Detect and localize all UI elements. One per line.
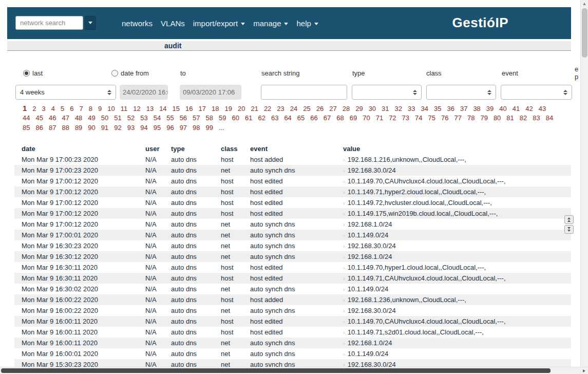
pagination-page-link[interactable]: 92 <box>114 123 121 133</box>
pagination-page-link[interactable]: 21 <box>251 104 258 113</box>
pagination-page-link[interactable]: 35 <box>434 104 441 113</box>
pagination-page-link[interactable]: 43 <box>539 104 546 113</box>
pagination-page-link[interactable]: 9 <box>98 104 102 113</box>
pagination-page-link[interactable]: 98 <box>193 123 200 133</box>
pagination-page-link[interactable]: 76 <box>441 113 448 123</box>
pagination-page-link[interactable]: 79 <box>480 113 487 123</box>
class-select[interactable] <box>426 85 496 100</box>
pagination-page-link[interactable]: 89 <box>75 123 82 133</box>
pagination-page-link[interactable]: 15 <box>173 104 180 113</box>
pagination-page-link[interactable]: 97 <box>180 123 187 133</box>
pagination-page-link[interactable]: 81 <box>506 113 514 123</box>
pagination-page-link[interactable]: 28 <box>343 104 350 113</box>
pagination-page-link[interactable]: 86 <box>35 123 43 133</box>
type-select[interactable] <box>352 85 422 100</box>
pagination-page-link[interactable]: 66 <box>310 113 317 123</box>
pagination-page-link[interactable]: 36 <box>447 104 454 113</box>
pagination-page-link[interactable]: 70 <box>363 113 370 123</box>
pagination-page-link[interactable]: 23 <box>277 104 284 113</box>
date-from-field[interactable]: 24/02/2020 16:06 <box>120 85 168 100</box>
nav-item-vlans[interactable]: VLANs <box>161 19 185 28</box>
horizontal-scrollbar-thumb[interactable] <box>1 368 551 373</box>
pagination-page-link[interactable]: 71 <box>376 113 383 123</box>
pagination-page-link[interactable]: 75 <box>428 113 435 123</box>
event-select[interactable] <box>501 85 572 100</box>
pagination-page-link[interactable]: ... <box>219 123 224 133</box>
pagination-page-link[interactable]: 27 <box>329 104 336 113</box>
pagination-page-link[interactable]: 59 <box>219 113 226 123</box>
pagination-page-link[interactable]: 73 <box>402 113 409 123</box>
pagination-page-link[interactable]: 50 <box>101 113 108 123</box>
pagination-page-link[interactable]: 40 <box>499 104 506 113</box>
nav-item-manage[interactable]: manage <box>253 19 288 28</box>
pagination-page-link[interactable]: 64 <box>284 113 291 123</box>
pagination-page-link[interactable]: 11 <box>121 104 128 113</box>
pagination-page-link[interactable]: 91 <box>101 123 108 133</box>
pagination-page-link[interactable]: 4 <box>51 104 55 113</box>
pagination-page-link[interactable]: 46 <box>49 113 56 123</box>
pagination-page-link[interactable]: 87 <box>49 123 56 133</box>
pagination-page-link[interactable]: 20 <box>238 104 245 113</box>
pagination-page-link[interactable]: 19 <box>224 104 232 113</box>
pagination-page-link[interactable]: 30 <box>369 104 376 113</box>
date-from-radio[interactable] <box>111 70 118 77</box>
pagination-page-link[interactable]: 62 <box>258 113 265 123</box>
horizontal-scrollbar[interactable] <box>0 367 588 374</box>
pagination-page-link[interactable]: 94 <box>140 123 147 133</box>
pagination-page-link[interactable]: 65 <box>297 113 305 123</box>
pagination-page-link[interactable]: 8 <box>89 104 92 113</box>
scroll-to-bottom-button[interactable] <box>564 225 574 234</box>
search-string-input[interactable] <box>261 85 347 100</box>
nav-item-help[interactable]: help <box>296 19 318 28</box>
pagination-page-link[interactable]: 3 <box>42 104 46 113</box>
pagination-page-link[interactable]: 42 <box>525 104 533 113</box>
pagination-page-link[interactable]: 51 <box>114 113 121 123</box>
date-to-field[interactable]: 09/03/2020 17:06 <box>180 85 241 100</box>
pagination-page-link[interactable]: 7 <box>80 104 83 113</box>
pagination-page-link[interactable]: 16 <box>185 104 193 113</box>
pagination-page-link[interactable]: 74 <box>415 113 422 123</box>
pagination-page-link[interactable]: 47 <box>62 113 69 123</box>
pagination-page-link[interactable]: 55 <box>166 113 174 123</box>
pagination-page-link[interactable]: 67 <box>324 113 331 123</box>
pagination-page-link[interactable]: 39 <box>486 104 494 113</box>
pagination-page-link[interactable]: 90 <box>88 123 95 133</box>
search-dropdown-button[interactable] <box>85 16 96 30</box>
pagination-page-link[interactable]: 44 <box>23 113 30 123</box>
pagination-page-link[interactable]: 6 <box>70 104 73 113</box>
pagination-page-link[interactable]: 99 <box>206 123 213 133</box>
period-select[interactable]: 4 weeks <box>15 85 116 100</box>
pagination-page-link[interactable]: 96 <box>166 123 174 133</box>
pagination-page-link[interactable]: 53 <box>140 113 147 123</box>
last-radio[interactable] <box>23 70 30 77</box>
pagination-page-link[interactable]: 38 <box>473 104 480 113</box>
pagination-page-link[interactable]: 14 <box>159 104 166 113</box>
pagination-current-page[interactable]: 1 <box>23 103 27 113</box>
pagination-page-link[interactable]: 83 <box>533 113 540 123</box>
pagination-page-link[interactable]: 58 <box>206 113 213 123</box>
pagination-page-link[interactable]: 63 <box>271 113 278 123</box>
pagination-page-link[interactable]: 69 <box>350 113 357 123</box>
network-search-input[interactable] <box>15 16 83 30</box>
pagination-page-link[interactable]: 25 <box>303 104 310 113</box>
pagination-page-link[interactable]: 34 <box>421 104 428 113</box>
pagination-page-link[interactable]: 24 <box>290 104 297 113</box>
scrollbar-right-arrow-icon[interactable] <box>583 369 585 372</box>
pagination-page-link[interactable]: 17 <box>199 104 206 113</box>
pagination-page-link[interactable]: 2 <box>32 104 36 113</box>
nav-item-networks[interactable]: networks <box>122 19 153 28</box>
pagination-page-link[interactable]: 48 <box>75 113 82 123</box>
pagination-page-link[interactable]: 5 <box>61 104 64 113</box>
pagination-page-link[interactable]: 85 <box>23 123 30 133</box>
pagination-page-link[interactable]: 82 <box>520 113 527 123</box>
pagination-page-link[interactable]: 60 <box>232 113 239 123</box>
pagination-page-link[interactable]: 93 <box>127 123 135 133</box>
scrollbar-up-arrow-icon[interactable] <box>583 3 586 5</box>
pagination-page-link[interactable]: 18 <box>212 104 219 113</box>
vertical-scrollbar-thumb[interactable] <box>582 8 587 58</box>
pagination-page-link[interactable]: 13 <box>146 104 154 113</box>
pagination-page-link[interactable]: 31 <box>382 104 389 113</box>
pagination-page-link[interactable]: 80 <box>494 113 501 123</box>
pagination-page-link[interactable]: 52 <box>127 113 135 123</box>
pagination-page-link[interactable]: 78 <box>467 113 475 123</box>
